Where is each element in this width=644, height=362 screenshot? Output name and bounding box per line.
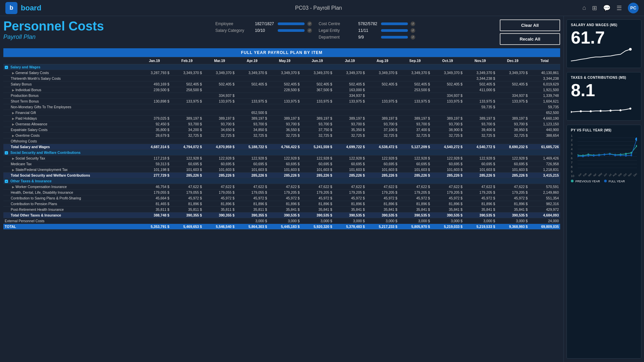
col-jul: Jul.19 bbox=[333, 57, 366, 64]
expand-icon[interactable]: ▶ bbox=[12, 88, 14, 92]
table-total-row: Total Social Security and Welfare Contri… bbox=[3, 173, 560, 178]
page-main-title: Personnel Costs bbox=[3, 19, 131, 34]
table-row: Expatriate Salary Costs35,800 $34,200 $3… bbox=[3, 127, 560, 133]
svg-point-34 bbox=[604, 154, 605, 156]
expand-icon[interactable]: ▶ bbox=[12, 185, 14, 189]
filter-employee: Employee 1827/1827 ↺ bbox=[215, 21, 312, 26]
table-row: ▶ General Salary Costs3,287,793 $3,349,3… bbox=[3, 70, 560, 76]
app-logo-letter: b bbox=[10, 4, 13, 11]
table-row: Thirteenth Month's Salary Costs3,344,238… bbox=[3, 76, 560, 81]
expand-icon[interactable]: ▶ bbox=[12, 123, 14, 126]
filter-employee-label: Employee bbox=[215, 21, 252, 26]
widget-taxes: TAXES & CONTRIBUTIONS (M$) 8.1 bbox=[567, 72, 641, 121]
filter-legal-entity-reset[interactable]: ↺ bbox=[411, 28, 415, 33]
page-title-nav: PC03 - Payroll Plan bbox=[55, 5, 582, 11]
filter-salary-category: Salary Category 10/10 ↺ bbox=[215, 28, 312, 33]
col-dec: Dec.19 bbox=[496, 57, 529, 64]
filter-employee-value: 1827/1827 bbox=[255, 21, 275, 26]
collapse-icon[interactable]: - bbox=[5, 151, 8, 155]
clear-all-button[interactable]: Clear All bbox=[500, 19, 560, 31]
chart-x-labels: Jun Feb Mar Apr May Jun Jul Aug Sep Oct … bbox=[578, 175, 637, 178]
table-row: ▶ Social Security Tax117,218 $122,928 $1… bbox=[3, 156, 560, 161]
svg-point-37 bbox=[620, 154, 622, 156]
table-row: External Personnel Costs3,000 $3,000 $3,… bbox=[3, 218, 560, 224]
filter-employee-reset[interactable]: ↺ bbox=[307, 21, 312, 26]
filter-employee-bar[interactable] bbox=[278, 22, 305, 25]
recalc-all-button[interactable]: Recalc All bbox=[500, 33, 560, 45]
col-jun: Jun.19 bbox=[301, 57, 333, 64]
table-header-title: FULL YEAR PAYROLL PLAN BY ITEM bbox=[3, 48, 560, 57]
table-row: Short Term Bonus130,898 $133,975 $133,97… bbox=[3, 99, 560, 104]
expand-icon[interactable]: ▶ bbox=[12, 111, 14, 115]
svg-point-5 bbox=[609, 110, 611, 112]
svg-point-4 bbox=[600, 110, 602, 112]
chat-icon[interactable]: 💬 bbox=[603, 4, 610, 12]
filter-legal-entity: Legal Entity 11/11 ↺ bbox=[319, 28, 415, 33]
chart-legend: PREVIOUS YEAR FULL YEAR bbox=[571, 180, 637, 183]
widget-salary-wages: SALARY AND WAGES (M$) 61.7 bbox=[567, 19, 641, 68]
avatar[interactable]: PC bbox=[628, 3, 639, 13]
widget-taxes-value: 8.1 bbox=[571, 81, 637, 99]
table-row: Health, Dental, Life, Disability Insuran… bbox=[3, 190, 560, 195]
filter-department-bar[interactable] bbox=[381, 36, 408, 39]
svg-point-1 bbox=[571, 111, 572, 113]
table-total-row: Total Other Taxes & Insurance388,748 $39… bbox=[3, 213, 560, 218]
filter-department-value: 9/9 bbox=[358, 35, 378, 40]
table-group-header: - Other Taxes & Insurance bbox=[3, 178, 560, 184]
page-subtitle: Payroll Plan bbox=[3, 34, 131, 41]
svg-point-35 bbox=[609, 153, 611, 155]
filter-department-reset[interactable]: ↺ bbox=[411, 35, 415, 40]
filter-salary-category-value: 10/10 bbox=[255, 28, 275, 33]
svg-point-36 bbox=[614, 154, 616, 156]
table-total-row: Total Salary and Wages4,687,314 $4,794,0… bbox=[3, 144, 560, 150]
expand-icon[interactable]: ▶ bbox=[12, 168, 14, 172]
grid-icon[interactable]: ⊞ bbox=[592, 4, 597, 12]
expand-icon[interactable]: ▶ bbox=[12, 117, 14, 120]
svg-point-30 bbox=[582, 155, 584, 157]
widget-salary-wages-title: SALARY AND WAGES (M$) bbox=[571, 23, 637, 27]
filter-salary-category-bar[interactable] bbox=[278, 29, 305, 32]
svg-point-40 bbox=[635, 137, 637, 141]
expand-icon[interactable]: ▶ bbox=[12, 71, 14, 75]
table-row: Post-Retirement Health Insurance35,811 $… bbox=[3, 207, 560, 213]
page-title-block: Personnel Costs Payroll Plan bbox=[3, 19, 131, 41]
filter-cost-centre-value: 5782/5782 bbox=[358, 21, 378, 26]
filter-cost-centre-bar[interactable] bbox=[381, 22, 408, 25]
expand-icon[interactable]: ▶ bbox=[12, 134, 14, 137]
home-icon[interactable]: ⌂ bbox=[582, 4, 586, 11]
filter-col-left: Employee 1827/1827 ↺ Salary Category 10/… bbox=[215, 21, 312, 33]
main-content: Personnel Costs Payroll Plan Employee 18… bbox=[0, 16, 644, 362]
expand-icon[interactable]: ▶ bbox=[12, 157, 14, 160]
table-grand-total-row: TOTAL5,353,791 $5,469,653 $5,546,540 $5,… bbox=[3, 224, 560, 230]
table-row: ▶ Paid Holidays379,025 $389,197 $389,197… bbox=[3, 116, 560, 121]
filter-salary-category-reset[interactable]: ↺ bbox=[307, 28, 312, 33]
table-row: Salary Bonus493,169 $502,405 $502,405 $5… bbox=[3, 81, 560, 87]
col-may: May.19 bbox=[268, 57, 301, 64]
filter-department-label: Department bbox=[319, 35, 356, 40]
app-logo-box: b bbox=[5, 2, 17, 14]
table-row: ▶ Overtime Costs28,679 $32,725 $32,725 $… bbox=[3, 133, 560, 138]
collapse-icon[interactable]: - bbox=[5, 66, 8, 69]
payroll-table: FULL YEAR PAYROLL PLAN BY ITEM Jan.19 Fe… bbox=[3, 48, 560, 230]
collapse-icon[interactable]: - bbox=[5, 180, 8, 183]
legend-full-year: FULL YEAR bbox=[604, 180, 625, 183]
chart-area: 10 9 8 7 6 5 4 3 2 1 bbox=[571, 134, 637, 178]
col-apr: Apr.19 bbox=[236, 57, 268, 64]
table-row: Contribution to Pension Plans81,465 $81,… bbox=[3, 201, 560, 207]
menu-icon[interactable]: ☰ bbox=[616, 4, 622, 12]
filter-col-right: Cost Centre 5782/5782 ↺ Legal Entity 11/… bbox=[319, 21, 415, 40]
col-aug: Aug.19 bbox=[366, 57, 399, 64]
table-group-header: - Social Security and Welfare Contributi… bbox=[3, 150, 560, 156]
filter-department: Department 9/9 ↺ bbox=[319, 35, 415, 40]
filter-cost-centre: Cost Centre 5782/5782 ↺ bbox=[319, 21, 415, 26]
table-container[interactable]: FULL YEAR PAYROLL PLAN BY ITEM Jan.19 Fe… bbox=[3, 48, 560, 359]
sparkline-salary-wages bbox=[571, 48, 637, 64]
filter-cost-centre-reset[interactable]: ↺ bbox=[411, 21, 415, 26]
svg-point-3 bbox=[590, 110, 592, 112]
filters-block: Employee 1827/1827 ↺ Salary Category 10/… bbox=[131, 19, 500, 42]
svg-point-7 bbox=[629, 108, 631, 110]
table-row: ▶ Overseas Allowance92,450 $93,700 $93,7… bbox=[3, 121, 560, 127]
svg-point-33 bbox=[598, 154, 600, 156]
svg-point-39 bbox=[631, 154, 632, 156]
filter-legal-entity-bar[interactable] bbox=[381, 29, 408, 32]
